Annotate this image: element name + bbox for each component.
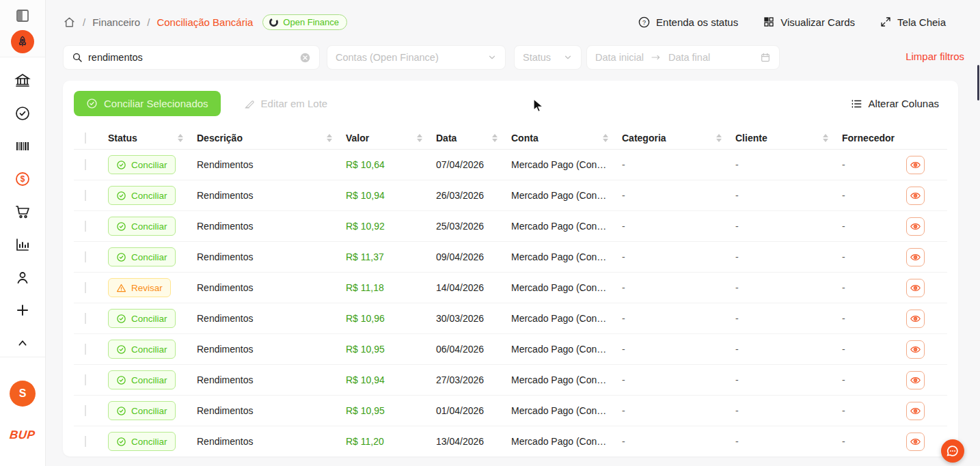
- view-details-button[interactable]: [906, 433, 925, 451]
- change-columns-button[interactable]: Alterar Colunas: [850, 98, 947, 110]
- sort-arrows-icon[interactable]: [327, 134, 332, 142]
- column-header-data[interactable]: Data: [429, 133, 504, 143]
- sidebar-toggle-icon[interactable]: [15, 8, 30, 23]
- check-circle-icon: [116, 191, 126, 201]
- row-checkbox[interactable]: [85, 221, 86, 232]
- supplier-cell: -: [835, 313, 899, 324]
- row-checkbox[interactable]: [85, 344, 86, 355]
- view-details-button[interactable]: [906, 371, 925, 389]
- status-pill[interactable]: Conciliar: [108, 247, 176, 266]
- plus-icon[interactable]: [0, 294, 46, 327]
- svg-text:$: $: [21, 174, 25, 184]
- sidebar-nav: $: [0, 57, 45, 359]
- row-checkbox[interactable]: [85, 159, 86, 170]
- status-pill[interactable]: Conciliar: [108, 155, 176, 174]
- table-row: Conciliar Rendimentos R$ 10,94 26/03/202…: [74, 180, 947, 211]
- list-icon: [850, 98, 862, 110]
- status-pill[interactable]: Conciliar: [108, 370, 176, 389]
- grid-icon: [763, 16, 775, 28]
- sort-arrows-icon[interactable]: [823, 134, 828, 142]
- view-details-button[interactable]: [906, 156, 925, 174]
- column-header-descrição[interactable]: Descrição: [190, 133, 339, 143]
- row-checkbox[interactable]: [85, 436, 86, 447]
- view-details-button[interactable]: [906, 279, 925, 297]
- clear-search-icon[interactable]: [299, 52, 311, 64]
- date-end-field[interactable]: Data final: [668, 52, 710, 63]
- sort-arrows-icon[interactable]: [492, 134, 498, 142]
- batch-edit-button[interactable]: Editar em Lote: [233, 91, 339, 116]
- status-pill[interactable]: Conciliar: [108, 340, 176, 359]
- view-details-button[interactable]: [906, 217, 925, 236]
- status-select[interactable]: Status: [514, 45, 582, 70]
- chat-widget-button[interactable]: [941, 439, 964, 463]
- category-cell: -: [615, 374, 729, 385]
- user-avatar[interactable]: S: [10, 381, 36, 407]
- view-details-button[interactable]: [906, 310, 925, 328]
- sort-arrows-icon[interactable]: [178, 134, 183, 142]
- description-cell: Rendimentos: [190, 436, 339, 447]
- search-box: [63, 45, 320, 70]
- date-start-field[interactable]: Data inicial: [595, 52, 644, 63]
- column-header-categoria[interactable]: Categoria: [615, 133, 729, 143]
- bank-icon[interactable]: [0, 64, 46, 97]
- view-details-button[interactable]: [906, 402, 925, 420]
- eye-icon: [910, 344, 921, 355]
- accounts-select[interactable]: Contas (Open Finance): [327, 45, 506, 70]
- column-header-cliente[interactable]: Cliente: [729, 133, 835, 143]
- barcode-icon[interactable]: [0, 130, 46, 163]
- view-details-button[interactable]: [906, 248, 925, 266]
- table-row: Conciliar Rendimentos R$ 11,20 13/04/202…: [74, 426, 947, 456]
- row-checkbox[interactable]: [85, 282, 86, 293]
- scrollbar-thumb[interactable]: [977, 65, 979, 100]
- search-input[interactable]: [88, 52, 294, 63]
- row-checkbox[interactable]: [85, 313, 86, 324]
- fullscreen-button[interactable]: Tela Cheia: [880, 16, 946, 28]
- value-cell: R$ 11,18: [339, 282, 429, 293]
- eye-icon: [910, 190, 921, 202]
- date-cell: 07/04/2026: [429, 159, 504, 170]
- reconcile-selected-button[interactable]: Conciliar Selecionados: [74, 91, 221, 116]
- home-icon[interactable]: [63, 16, 76, 29]
- status-pill[interactable]: Conciliar: [108, 217, 176, 236]
- svg-text:?: ?: [642, 18, 646, 25]
- column-header-valor[interactable]: Valor: [339, 133, 429, 143]
- row-checkbox[interactable]: [85, 190, 86, 201]
- column-header-conta[interactable]: Conta: [504, 133, 615, 143]
- user-icon[interactable]: [0, 261, 46, 294]
- eye-icon: [910, 436, 921, 448]
- column-header-status[interactable]: Status: [101, 133, 190, 143]
- sort-arrows-icon[interactable]: [417, 134, 422, 142]
- status-pill[interactable]: Revisar: [108, 278, 171, 297]
- check-circle-icon[interactable]: [0, 97, 46, 130]
- understand-status-button[interactable]: ? Entenda os status: [638, 16, 738, 29]
- date-range-picker[interactable]: Data inicial Data final: [586, 45, 780, 70]
- status-pill[interactable]: Conciliar: [108, 186, 176, 205]
- clear-filters-link[interactable]: Limpar filtros: [906, 51, 964, 62]
- client-cell: -: [729, 251, 835, 262]
- description-cell: Rendimentos: [190, 282, 339, 293]
- chevron-up-icon[interactable]: [0, 327, 46, 359]
- view-details-button[interactable]: [906, 187, 925, 205]
- row-checkbox[interactable]: [85, 251, 86, 262]
- row-checkbox[interactable]: [85, 405, 86, 416]
- status-pill[interactable]: Conciliar: [108, 309, 176, 328]
- account-cell: Mercado Pago (Conta...: [504, 282, 615, 293]
- sort-arrows-icon[interactable]: [603, 134, 608, 142]
- row-checkbox[interactable]: [85, 374, 86, 385]
- status-pill[interactable]: Conciliar: [108, 401, 176, 420]
- view-cards-button[interactable]: Visualizar Cards: [763, 16, 855, 28]
- date-cell: 27/03/2026: [429, 374, 504, 385]
- breadcrumb-item-financeiro[interactable]: Financeiro: [92, 16, 140, 28]
- breadcrumb: / Financeiro / Conciliação Bancária Open…: [63, 14, 347, 30]
- rocket-icon[interactable]: [11, 30, 34, 53]
- client-cell: -: [729, 344, 835, 355]
- sort-arrows-icon[interactable]: [716, 134, 722, 142]
- column-header-fornecedor[interactable]: Fornecedor: [835, 133, 899, 143]
- view-details-button[interactable]: [906, 340, 925, 359]
- dollar-circle-icon[interactable]: $: [0, 163, 46, 195]
- status-pill[interactable]: Conciliar: [108, 432, 176, 451]
- select-all-checkbox[interactable]: [85, 133, 86, 143]
- category-cell: -: [615, 344, 729, 355]
- cart-icon[interactable]: [0, 195, 46, 228]
- bar-chart-icon[interactable]: [0, 228, 46, 261]
